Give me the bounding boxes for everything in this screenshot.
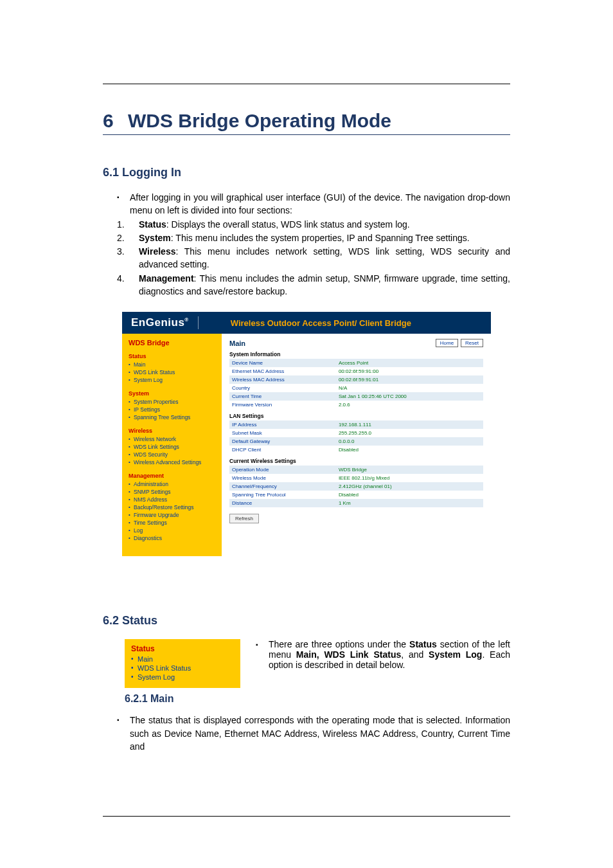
nav-item[interactable]: Log [129, 527, 215, 534]
cell-value: 255.255.255.0 [336, 429, 483, 437]
reset-button[interactable]: Reset [461, 339, 483, 347]
table-row: IP Address192.168.1.111 [229, 420, 483, 429]
nav-head: System [129, 390, 215, 397]
cell-key: Ethernet MAC Address [229, 367, 336, 375]
table-row: Operation ModeWDS Bridge [229, 466, 483, 474]
home-button[interactable]: Home [436, 339, 458, 347]
nav-item[interactable]: IP Settings [129, 406, 215, 413]
nav-group: ManagementAdministrationSNMP SettingsNMS… [129, 473, 215, 542]
operating-mode-title: WDS Bridge [129, 339, 215, 347]
refresh-button[interactable]: Refresh [229, 514, 259, 523]
nav-item[interactable]: Wireless Advanced Settings [129, 458, 215, 466]
cell-value: Disabled [336, 446, 483, 454]
num-text: Status: Displays the overall status, WDS… [139, 218, 510, 231]
table-row: Spanning Tree ProtocolDisabled [229, 491, 483, 499]
nav-item[interactable]: NMS Address [129, 496, 215, 503]
num-mark: 4. [117, 272, 139, 298]
chapter-number: 6 [103, 110, 114, 131]
table-row: Wireless ModeIEEE 802.11b/g Mixed [229, 474, 483, 482]
main-status-bullet: ▪ The status that is displayed correspon… [117, 714, 510, 753]
cell-value: 0.0.0.0 [336, 437, 483, 446]
status-nav-item[interactable]: System Log [131, 673, 234, 682]
nav-item[interactable]: Wireless Network [129, 435, 215, 443]
nav-head: Status [129, 353, 215, 359]
top-rule [103, 84, 510, 84]
chapter-title: WDS Bridge Operating Mode [128, 110, 391, 131]
intro-text: After logging in you will graphical user… [130, 191, 510, 217]
nav-item[interactable]: Backup/Restore Settings [129, 503, 215, 511]
cell-value: Sat Jan 1 00:25:46 UTC 2000 [336, 392, 483, 401]
table-row: Device NameAccess Point [229, 359, 483, 367]
info-table: Device NameAccess PointEthernet MAC Addr… [229, 359, 483, 409]
nav-item[interactable]: Firmware Upgrade [129, 511, 215, 519]
cell-value: 00:02:6f:59:91:01 [336, 375, 483, 384]
nav-item[interactable]: System Properties [129, 398, 215, 406]
cell-value: 00:02:6f:59:91:00 [336, 367, 483, 375]
nav-item[interactable]: WDS Security [129, 451, 215, 458]
nav-group: WirelessWireless NetworkWDS Link Setting… [129, 428, 215, 466]
cell-key: Firmware Version [229, 401, 336, 409]
cell-value: 1 Km [336, 499, 483, 507]
table-row: Subnet Mask255.255.255.0 [229, 429, 483, 437]
nav-item[interactable]: SNMP Settings [129, 488, 215, 496]
table-row: Channel/Frequency2.412GHz (channel 01) [229, 482, 483, 491]
numbered-item: 4.Management: This menu includes the adm… [117, 272, 510, 298]
status-head: Status [131, 644, 234, 653]
table-row: Default Gateway0.0.0.0 [229, 437, 483, 446]
nav-item[interactable]: Time Settings [129, 519, 215, 527]
nav-item[interactable]: Diagnostics [129, 534, 215, 542]
status-nav-item[interactable]: Main [131, 655, 234, 664]
bullet-mark: ▪ [117, 191, 130, 217]
table-row: Wireless MAC Address00:02:6f:59:91:01 [229, 375, 483, 384]
cell-key: Device Name [229, 359, 336, 367]
section-6-2-heading: 6.2 Status [103, 614, 510, 628]
table-label: System Information [229, 351, 483, 357]
cell-key: Distance [229, 499, 336, 507]
table-row: Firmware Version2.0.6 [229, 401, 483, 409]
content-title: Main [229, 339, 433, 347]
nav-item[interactable]: WDS Link Settings [129, 443, 215, 451]
cell-value: Disabled [336, 491, 483, 499]
cell-key: Operation Mode [229, 466, 336, 474]
sidebar: WDS Bridge StatusMainWDS Link StatusSyst… [122, 334, 222, 556]
cell-key: Channel/Frequency [229, 482, 336, 491]
main-status-text: The status that is displayed corresponds… [130, 714, 510, 753]
status-description: ▪ There are three options under the Stat… [256, 639, 510, 670]
nav-item[interactable]: System Log [129, 376, 215, 384]
chapter-heading: 6 WDS Bridge Operating Mode [103, 110, 510, 135]
cell-key: Default Gateway [229, 437, 336, 446]
app-screenshot: EnGenius® Wireless Outdoor Access Point/… [122, 312, 491, 556]
nav-head: Management [129, 473, 215, 479]
nav-item[interactable]: Administration [129, 480, 215, 488]
nav-item[interactable]: Main [129, 361, 215, 368]
nav-item[interactable]: WDS Link Status [129, 368, 215, 376]
cell-key: Spanning Tree Protocol [229, 491, 336, 499]
table-row: DHCP ClientDisabled [229, 446, 483, 454]
table-label: Current Wireless Settings [229, 458, 483, 464]
num-text: System: This menu includes the system pr… [139, 231, 510, 244]
info-table: IP Address192.168.1.111Subnet Mask255.25… [229, 420, 483, 454]
table-row: Ethernet MAC Address00:02:6f:59:91:00 [229, 367, 483, 375]
nav-item[interactable]: Spanning Tree Settings [129, 413, 215, 421]
num-text: Wireless: This menu includes network set… [139, 245, 510, 271]
nav-group: SystemSystem PropertiesIP SettingsSpanni… [129, 390, 215, 421]
table-row: Current TimeSat Jan 1 00:25:46 UTC 2000 [229, 392, 483, 401]
table-label: LAN Settings [229, 413, 483, 419]
num-mark: 3. [117, 245, 139, 271]
bullet-mark: ▪ [117, 714, 130, 753]
numbered-item: 3.Wireless: This menu includes network s… [117, 245, 510, 271]
cell-value: 2.412GHz (channel 01) [336, 482, 483, 491]
numbered-item: 1.Status: Displays the overall status, W… [117, 218, 510, 231]
cell-value: N/A [336, 384, 483, 392]
bottom-rule [103, 816, 510, 817]
table-row: CountryN/A [229, 384, 483, 392]
app-header: EnGenius® Wireless Outdoor Access Point/… [122, 312, 491, 334]
intro-bullet: ▪ After logging in you will graphical us… [117, 191, 510, 217]
cell-key: DHCP Client [229, 446, 336, 454]
content-panel: Main Home Reset System InformationDevice… [222, 334, 491, 556]
cell-key: Country [229, 384, 336, 392]
cell-key: Wireless Mode [229, 474, 336, 482]
numbered-item: 2.System: This menu includes the system … [117, 231, 510, 244]
status-nav-item[interactable]: WDS Link Status [131, 664, 234, 673]
section-6-2-1-heading: 6.2.1 Main [125, 693, 510, 705]
